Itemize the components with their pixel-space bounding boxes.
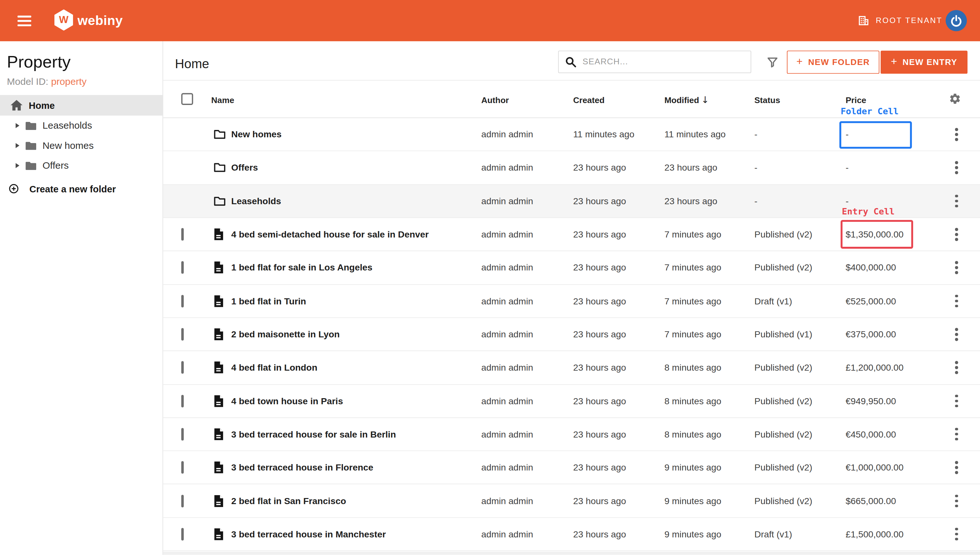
row-checkbox[interactable] <box>181 395 184 407</box>
sort-descending-icon[interactable]: ↓ <box>701 95 709 106</box>
table-row-entry[interactable]: 4 bed semi-detached house for sale in De… <box>163 218 980 251</box>
sidebar-folder-item[interactable]: Offers <box>0 156 163 175</box>
column-header-name[interactable]: Name <box>211 96 234 105</box>
row-author: admin admin <box>481 329 533 339</box>
table-row-entry[interactable]: 3 bed terraced house for sale in Berlin … <box>163 418 980 451</box>
filter-icon[interactable] <box>766 56 779 69</box>
row-checkbox[interactable] <box>181 261 184 274</box>
row-price: €450,000.00 <box>845 429 896 439</box>
user-avatar[interactable] <box>946 10 967 31</box>
table-row-entry[interactable]: 4 bed town house in Paris admin admin 23… <box>163 385 980 418</box>
row-actions-kebab-icon[interactable] <box>951 292 961 310</box>
tenant-selector[interactable]: ROOT TENANT <box>858 0 943 41</box>
row-name: 1 bed flat for sale in Los Angeles <box>231 263 372 273</box>
sidebar-folder-item[interactable]: Leaseholds <box>0 115 163 135</box>
table-row-entry[interactable]: 2 bed maisonette in Lyon admin admin 23 … <box>163 318 980 351</box>
row-name: 3 bed terraced house in Florence <box>231 462 373 472</box>
row-checkbox[interactable] <box>181 361 184 374</box>
row-price: - <box>845 129 848 139</box>
row-checkbox[interactable] <box>181 295 184 307</box>
table-row-entry[interactable]: 3 bed terraced house in Manchester admin… <box>163 518 980 551</box>
webiny-logo-icon[interactable]: W <box>55 9 73 30</box>
row-checkbox[interactable] <box>181 528 184 540</box>
row-actions-kebab-icon[interactable] <box>951 359 961 377</box>
document-icon <box>214 229 223 241</box>
row-modified: 9 minutes ago <box>664 496 721 506</box>
row-name: 3 bed terraced house for sale in Berlin <box>231 429 396 439</box>
model-id-label: Model ID: <box>7 76 51 87</box>
row-status: Draft (v1) <box>754 529 792 539</box>
row-modified: 8 minutes ago <box>664 396 721 406</box>
row-modified: 11 minutes ago <box>664 129 725 139</box>
new-entry-button[interactable]: + NEW ENTRY <box>881 51 967 74</box>
folder-icon <box>26 141 36 149</box>
row-created: 23 hours ago <box>573 163 626 173</box>
row-checkbox[interactable] <box>181 428 184 440</box>
row-author: admin admin <box>481 429 533 439</box>
row-status: Published (v2) <box>754 496 812 506</box>
row-checkbox[interactable] <box>181 328 184 340</box>
home-icon <box>11 100 22 111</box>
table-row-entry[interactable]: 3 bed terraced house in Florence admin a… <box>163 451 980 484</box>
select-all-checkbox[interactable] <box>181 93 193 105</box>
table-settings-gear-icon[interactable] <box>949 93 961 105</box>
row-checkbox[interactable] <box>181 228 184 241</box>
row-actions-kebab-icon[interactable] <box>951 326 961 343</box>
table-row-entry[interactable]: 4 bed flat in London admin admin 23 hour… <box>163 351 980 384</box>
row-actions-kebab-icon[interactable] <box>951 525 961 543</box>
row-created: 23 hours ago <box>573 329 626 339</box>
row-created: 11 minutes ago <box>573 129 634 139</box>
power-icon <box>950 14 962 27</box>
row-actions-kebab-icon[interactable] <box>951 425 961 443</box>
sidebar-folder-item[interactable]: New homes <box>0 136 163 156</box>
search-box <box>558 51 751 73</box>
table-row-entry[interactable]: 1 bed flat in Turin admin admin 23 hours… <box>163 284 980 318</box>
row-created: 23 hours ago <box>573 529 626 539</box>
row-modified: 7 minutes ago <box>664 229 721 239</box>
row-actions-kebab-icon[interactable] <box>951 192 961 210</box>
caret-right-icon[interactable] <box>16 143 19 148</box>
row-status: - <box>754 163 757 173</box>
column-header-status[interactable]: Status <box>754 96 780 105</box>
table-row-entry[interactable]: 1 bed flat for sale in Los Angeles admin… <box>163 251 980 284</box>
topbar: W webiny ROOT TENANT <box>0 0 980 41</box>
row-created: 23 hours ago <box>573 462 626 472</box>
row-author: admin admin <box>481 196 533 206</box>
row-checkbox[interactable] <box>181 494 184 507</box>
row-actions-kebab-icon[interactable] <box>951 392 961 410</box>
column-header-author[interactable]: Author <box>481 96 509 105</box>
row-price: €525,000.00 <box>845 296 896 306</box>
row-status: Published (v2) <box>754 229 812 239</box>
row-name: 3 bed terraced house in Manchester <box>231 529 386 539</box>
row-status: - <box>754 196 757 206</box>
search-input[interactable] <box>582 51 747 72</box>
table-row-folder[interactable]: Offers admin admin 23 hours ago 23 hours… <box>163 151 980 184</box>
row-created: 23 hours ago <box>573 229 626 239</box>
row-status: - <box>754 129 757 139</box>
row-actions-kebab-icon[interactable] <box>951 459 961 476</box>
row-actions-kebab-icon[interactable] <box>951 225 961 243</box>
table-row-folder[interactable]: New homes admin admin 11 minutes ago 11 … <box>163 118 980 151</box>
new-folder-button[interactable]: + NEW FOLDER <box>787 51 879 74</box>
row-actions-kebab-icon[interactable] <box>951 159 961 177</box>
column-header-created[interactable]: Created <box>573 96 605 105</box>
model-title: Property <box>7 53 71 72</box>
row-actions-kebab-icon[interactable] <box>951 125 961 143</box>
row-author: admin admin <box>481 163 533 173</box>
column-header-modified[interactable]: Modified <box>664 96 699 105</box>
table-row-entry[interactable]: 2 bed flat in San Francisco admin admin … <box>163 484 980 518</box>
column-header-price[interactable]: Price <box>845 96 866 105</box>
create-new-folder-button[interactable]: Create a new folder <box>0 180 163 197</box>
hamburger-menu-icon[interactable] <box>18 16 31 26</box>
caret-right-icon[interactable] <box>16 123 19 128</box>
document-icon <box>214 362 223 374</box>
row-created: 23 hours ago <box>573 496 626 506</box>
sidebar-item-home[interactable]: Home <box>0 95 163 115</box>
row-author: admin admin <box>481 229 533 239</box>
sidebar-folder-label: New homes <box>43 140 94 151</box>
caret-right-icon[interactable] <box>16 163 19 168</box>
row-actions-kebab-icon[interactable] <box>951 492 961 510</box>
row-price: €375,000.00 <box>845 329 896 339</box>
row-checkbox[interactable] <box>181 461 184 474</box>
row-actions-kebab-icon[interactable] <box>951 259 961 277</box>
